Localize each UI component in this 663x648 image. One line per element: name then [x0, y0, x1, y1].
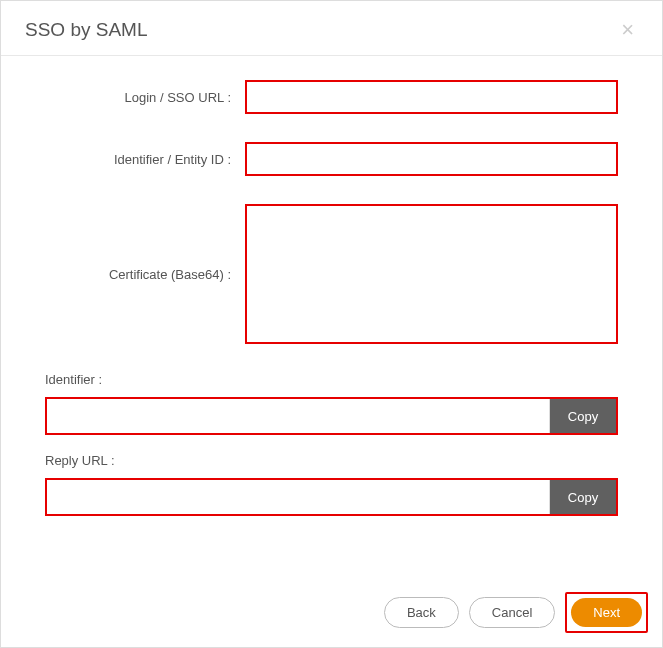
row-certificate: Certificate (Base64) :: [45, 204, 618, 344]
row-entity-id: Identifier / Entity ID :: [45, 142, 618, 176]
label-reply-url-out: Reply URL :: [45, 453, 618, 468]
input-identifier-out[interactable]: [47, 399, 550, 433]
dialog-body: Login / SSO URL : Identifier / Entity ID…: [1, 56, 662, 546]
label-entity-id: Identifier / Entity ID :: [45, 152, 245, 167]
input-entity-id[interactable]: [245, 142, 618, 176]
cancel-button[interactable]: Cancel: [469, 597, 555, 628]
label-login-url: Login / SSO URL :: [45, 90, 245, 105]
dialog-header: SSO by SAML ×: [1, 1, 662, 56]
label-identifier-out: Identifier :: [45, 372, 618, 387]
next-button[interactable]: Next: [571, 598, 642, 627]
close-icon[interactable]: ×: [617, 19, 638, 41]
row-reply-url-out: Copy: [45, 478, 618, 516]
input-reply-url-out[interactable]: [47, 480, 550, 514]
back-button[interactable]: Back: [384, 597, 459, 628]
row-login-url: Login / SSO URL :: [45, 80, 618, 114]
dialog-title: SSO by SAML: [25, 19, 148, 41]
copy-reply-url-button[interactable]: Copy: [550, 480, 616, 514]
label-certificate: Certificate (Base64) :: [45, 267, 245, 282]
input-login-url[interactable]: [245, 80, 618, 114]
row-identifier-out: Copy: [45, 397, 618, 435]
dialog-footer: Back Cancel Next: [384, 592, 648, 633]
textarea-certificate[interactable]: [245, 204, 618, 344]
next-highlight: Next: [565, 592, 648, 633]
copy-identifier-button[interactable]: Copy: [550, 399, 616, 433]
